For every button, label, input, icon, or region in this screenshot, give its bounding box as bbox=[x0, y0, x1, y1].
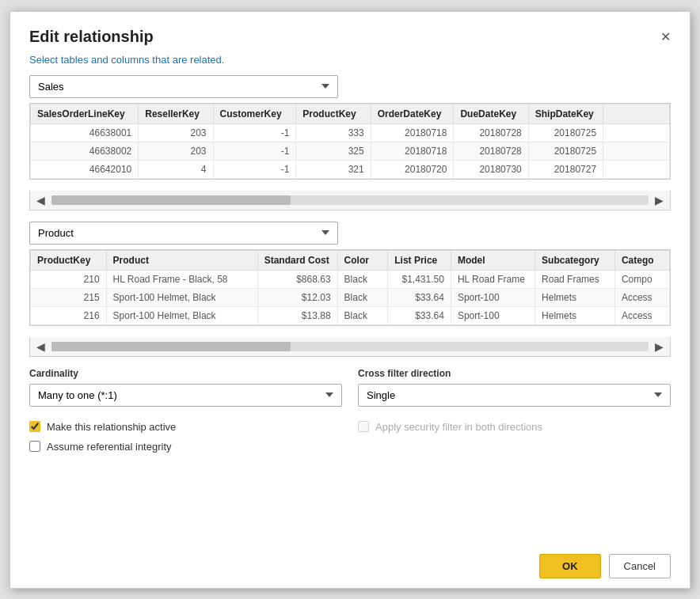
cell: 46638002 bbox=[31, 142, 139, 160]
checkboxes-row: Make this relationship active Assume ref… bbox=[29, 413, 671, 456]
cell: Road Frames bbox=[535, 270, 615, 288]
security-checkbox-row: Apply security filter in both directions bbox=[358, 421, 671, 433]
sales-scrollbar[interactable] bbox=[51, 195, 649, 205]
product-scroll-right[interactable]: ▶ bbox=[652, 339, 667, 354]
cell: 215 bbox=[31, 288, 107, 306]
table-row: 215 Sport-100 Helmet, Black $12.03 Black… bbox=[31, 288, 670, 306]
cell: Sport-100 Helmet, Black bbox=[106, 306, 257, 324]
col-header-listprice: List Price bbox=[388, 250, 451, 270]
cell: $13.88 bbox=[257, 306, 337, 324]
table1-select[interactable]: Sales Product Customer Date bbox=[29, 75, 338, 98]
active-checkbox-label: Make this relationship active bbox=[47, 421, 176, 433]
cell: 20180725 bbox=[528, 142, 603, 160]
col-header-shipdatekey: ShipDateKey bbox=[528, 104, 603, 123]
active-checkbox-row: Make this relationship active bbox=[29, 421, 342, 433]
right-checkboxes: Apply security filter in both directions bbox=[358, 413, 671, 456]
referential-checkbox-label: Assume referential integrity bbox=[47, 441, 172, 453]
cell: 20180725 bbox=[528, 123, 603, 142]
col-header-duedatekey: DueDateKey bbox=[454, 104, 528, 123]
cell: 203 bbox=[139, 142, 213, 160]
dialog-header: Edit relationship ✕ bbox=[10, 12, 690, 54]
cell: 321 bbox=[296, 160, 371, 178]
security-checkbox-label: Apply security filter in both directions bbox=[375, 421, 542, 433]
col-header-model: Model bbox=[451, 250, 535, 270]
cell: -1 bbox=[213, 160, 296, 178]
cell bbox=[603, 160, 670, 178]
col-header-productkey: ProductKey bbox=[31, 250, 107, 270]
cell: 20180728 bbox=[454, 123, 528, 142]
cell: 4 bbox=[139, 160, 213, 178]
cell: 203 bbox=[139, 123, 213, 142]
cell: $33.64 bbox=[388, 288, 451, 306]
col-header-productkey: ProductKey bbox=[296, 104, 371, 123]
settings-row: Cardinality Many to one (*:1) One to man… bbox=[29, 368, 671, 407]
cell: 46642010 bbox=[31, 160, 139, 178]
sales-scroll-left[interactable]: ◀ bbox=[33, 192, 48, 208]
table-row: 210 HL Road Frame - Black, 58 $868.63 Bl… bbox=[31, 270, 670, 288]
cell: Helmets bbox=[535, 288, 615, 306]
product-scroll-left[interactable]: ◀ bbox=[33, 339, 48, 354]
dialog-footer: OK Cancel bbox=[10, 544, 690, 588]
sales-table-wrapper: SalesOrderLineKey ResellerKey CustomerKe… bbox=[29, 103, 671, 180]
ok-button[interactable]: OK bbox=[539, 554, 601, 578]
crossfilter-select[interactable]: Single Both bbox=[358, 384, 671, 407]
col-header-product: Product bbox=[106, 250, 257, 270]
product-scrollbar[interactable] bbox=[51, 342, 649, 351]
col-header-color: Color bbox=[337, 250, 388, 270]
dialog-subtitle: Select tables and columns that are relat… bbox=[10, 54, 690, 75]
sales-scroll-row: ◀ ▶ bbox=[29, 191, 671, 210]
table-row: 46638002 203 -1 325 20180718 20180728 20… bbox=[31, 142, 670, 160]
cardinality-label: Cardinality bbox=[29, 368, 342, 379]
cell: 216 bbox=[31, 306, 107, 324]
cell: Black bbox=[337, 270, 388, 288]
cell: 20180730 bbox=[454, 160, 528, 178]
table-row: 46638001 203 -1 333 20180718 20180728 20… bbox=[31, 123, 670, 142]
cell: Sport-100 bbox=[451, 288, 535, 306]
cell: HL Road Frame - Black, 58 bbox=[106, 270, 257, 288]
left-checkboxes: Make this relationship active Assume ref… bbox=[29, 413, 342, 456]
table-row: 216 Sport-100 Helmet, Black $13.88 Black… bbox=[31, 306, 670, 324]
referential-checkbox-row: Assume referential integrity bbox=[29, 441, 342, 453]
referential-checkbox[interactable] bbox=[29, 441, 40, 452]
table-row: 46642010 4 -1 321 20180720 20180730 2018… bbox=[31, 160, 670, 178]
product-table-wrapper: ProductKey Product Standard Cost Color L… bbox=[29, 249, 671, 326]
cell: Compo bbox=[614, 270, 669, 288]
edit-relationship-dialog: Edit relationship ✕ Select tables and co… bbox=[10, 11, 690, 589]
col-header-subcategory: Subcategory bbox=[535, 250, 615, 270]
cell: Sport-100 bbox=[451, 306, 535, 324]
col-header-category: Catego bbox=[614, 250, 669, 270]
crossfilter-label: Cross filter direction bbox=[358, 368, 671, 379]
cell: Access bbox=[614, 288, 669, 306]
dialog-body: Sales Product Customer Date SalesOrderLi… bbox=[10, 75, 690, 544]
sales-scroll-right[interactable]: ▶ bbox=[652, 192, 667, 208]
cell: 333 bbox=[296, 123, 371, 142]
sales-table: SalesOrderLineKey ResellerKey CustomerKe… bbox=[30, 104, 670, 179]
cardinality-select[interactable]: Many to one (*:1) One to many (1:*) One … bbox=[29, 384, 342, 407]
cell: Black bbox=[337, 306, 388, 324]
table2-select[interactable]: Product Sales Customer Date bbox=[29, 222, 338, 245]
cell: 20180720 bbox=[371, 160, 454, 178]
col-header-standardcost: Standard Cost bbox=[257, 250, 337, 270]
cell: 210 bbox=[31, 270, 107, 288]
sales-table-header-row: SalesOrderLineKey ResellerKey CustomerKe… bbox=[31, 104, 670, 123]
cell: 46638001 bbox=[31, 123, 139, 142]
cancel-button[interactable]: Cancel bbox=[609, 554, 671, 578]
cell: 20180718 bbox=[371, 142, 454, 160]
dialog-title: Edit relationship bbox=[29, 28, 154, 46]
cell: 20180727 bbox=[528, 160, 603, 178]
cell: $33.64 bbox=[388, 306, 451, 324]
cell: Helmets bbox=[535, 306, 615, 324]
checkboxes-section: Make this relationship active Assume ref… bbox=[29, 413, 671, 456]
col-header-orderdatekey: OrderDateKey bbox=[371, 104, 454, 123]
col-header-resellerkey: ResellerKey bbox=[139, 104, 213, 123]
security-checkbox bbox=[358, 421, 369, 432]
close-button[interactable]: ✕ bbox=[660, 29, 671, 44]
cell: -1 bbox=[213, 142, 296, 160]
active-checkbox[interactable] bbox=[29, 421, 40, 432]
cell: $12.03 bbox=[257, 288, 337, 306]
cell: 20180718 bbox=[371, 123, 454, 142]
cell: 325 bbox=[296, 142, 371, 160]
cell bbox=[603, 123, 670, 142]
cell: $868.63 bbox=[257, 270, 337, 288]
crossfilter-group: Cross filter direction Single Both bbox=[358, 368, 671, 407]
